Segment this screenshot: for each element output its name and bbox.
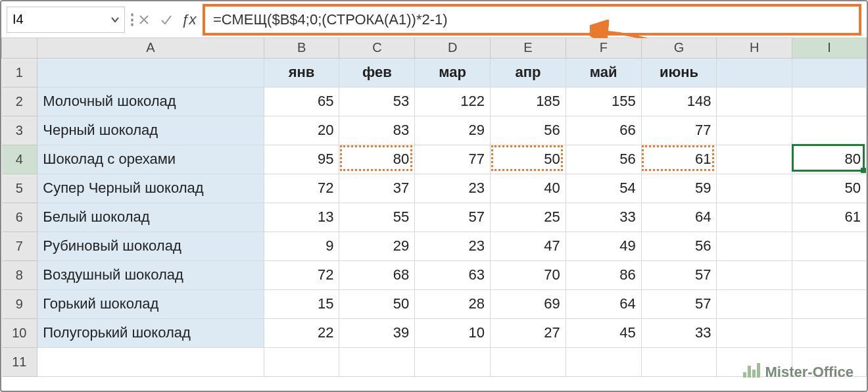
cell-G10[interactable]: 33	[641, 318, 717, 347]
cell-C6[interactable]: 55	[339, 203, 415, 232]
row-header-4[interactable]: 4	[2, 145, 37, 174]
cell-C4[interactable]: 80	[339, 145, 415, 174]
cell-I5[interactable]: 50	[792, 174, 867, 203]
cell-B5[interactable]: 72	[264, 174, 339, 203]
cell-E11[interactable]	[491, 347, 566, 376]
cell-I7[interactable]	[792, 232, 867, 260]
cell-C9[interactable]: 50	[339, 289, 415, 318]
cell-F10[interactable]: 45	[566, 318, 641, 347]
cell-I3[interactable]	[792, 116, 867, 145]
cell-I1[interactable]	[792, 58, 867, 87]
cell-I10[interactable]	[792, 318, 867, 347]
insert-function-button[interactable]: ƒx	[178, 7, 200, 33]
cell-E9[interactable]: 69	[491, 289, 566, 318]
cell-D11[interactable]	[415, 347, 491, 376]
cell-D7[interactable]: 23	[415, 232, 491, 260]
cell-G5[interactable]: 59	[641, 174, 717, 203]
cell-A7[interactable]: Рубиновый шоколад	[37, 232, 264, 260]
cell-I9[interactable]	[792, 289, 867, 318]
cell-F1[interactable]: май	[566, 58, 641, 87]
cell-H7[interactable]	[717, 232, 792, 260]
cell-C11[interactable]	[339, 347, 415, 376]
cell-H2[interactable]	[717, 87, 792, 116]
row-header-2[interactable]: 2	[2, 87, 37, 116]
cell-C1[interactable]: фев	[339, 58, 415, 87]
cell-B3[interactable]: 20	[264, 116, 339, 145]
column-header-I[interactable]: I	[792, 38, 867, 58]
cell-H10[interactable]	[717, 318, 792, 347]
cell-F4[interactable]: 56	[566, 145, 641, 174]
cell-D4[interactable]: 77	[415, 145, 491, 174]
cell-I6[interactable]: 61	[792, 203, 867, 232]
cell-B8[interactable]: 72	[264, 260, 339, 289]
cell-G4[interactable]: 61	[641, 145, 717, 174]
cell-G2[interactable]: 148	[641, 87, 717, 116]
cell-I4[interactable]: 80	[792, 145, 867, 174]
cell-H9[interactable]	[717, 289, 792, 318]
cell-H3[interactable]	[717, 116, 792, 145]
cell-A3[interactable]: Черный шоколад	[37, 116, 264, 145]
cell-D9[interactable]: 28	[415, 289, 491, 318]
cell-G1[interactable]: июнь	[641, 58, 717, 87]
cell-B7[interactable]: 9	[264, 232, 339, 260]
cell-E3[interactable]: 56	[491, 116, 566, 145]
cell-F5[interactable]: 54	[566, 174, 641, 203]
column-header-F[interactable]: F	[566, 38, 641, 58]
row-header-5[interactable]: 5	[2, 174, 37, 203]
column-header-C[interactable]: C	[339, 38, 415, 58]
cell-C8[interactable]: 68	[339, 260, 415, 289]
cell-B4[interactable]: 95	[264, 145, 339, 174]
cell-H8[interactable]	[717, 260, 792, 289]
cell-A5[interactable]: Супер Черный шоколад	[37, 174, 264, 203]
cell-D2[interactable]: 122	[415, 87, 491, 116]
row-header-7[interactable]: 7	[2, 232, 37, 260]
cell-C7[interactable]: 29	[339, 232, 415, 260]
cell-G7[interactable]: 56	[641, 232, 717, 260]
cell-G6[interactable]: 64	[641, 203, 717, 232]
cell-H6[interactable]	[717, 203, 792, 232]
cell-C5[interactable]: 37	[339, 174, 415, 203]
cell-D5[interactable]: 23	[415, 174, 491, 203]
cell-D1[interactable]: мар	[415, 58, 491, 87]
cell-G11[interactable]	[641, 347, 717, 376]
cell-D6[interactable]: 57	[415, 203, 491, 232]
row-header-3[interactable]: 3	[2, 116, 37, 145]
cell-A9[interactable]: Горький шоколад	[37, 289, 264, 318]
cell-F7[interactable]: 49	[566, 232, 641, 260]
cell-G9[interactable]: 57	[641, 289, 717, 318]
column-header-E[interactable]: E	[491, 38, 566, 58]
column-header-B[interactable]: B	[264, 38, 339, 58]
select-all-corner[interactable]	[2, 38, 37, 58]
cell-E4[interactable]: 50	[491, 145, 566, 174]
cell-A11[interactable]	[37, 347, 264, 376]
row-header-10[interactable]: 10	[2, 318, 37, 347]
cell-G3[interactable]: 77	[641, 116, 717, 145]
cell-E2[interactable]: 185	[491, 87, 566, 116]
column-header-D[interactable]: D	[415, 38, 491, 58]
cell-C3[interactable]: 83	[339, 116, 415, 145]
cell-A10[interactable]: Полугорький шоколад	[37, 318, 264, 347]
cell-B10[interactable]: 22	[264, 318, 339, 347]
cell-E5[interactable]: 40	[491, 174, 566, 203]
cell-E1[interactable]: апр	[491, 58, 566, 87]
row-header-6[interactable]: 6	[2, 203, 37, 232]
cell-I8[interactable]	[792, 260, 867, 289]
cell-B6[interactable]: 13	[264, 203, 339, 232]
cell-E7[interactable]: 47	[491, 232, 566, 260]
cell-A8[interactable]: Воздушный шоколад	[37, 260, 264, 289]
accept-formula-button[interactable]	[155, 7, 178, 33]
column-header-G[interactable]: G	[641, 38, 717, 58]
cell-B1[interactable]: янв	[264, 58, 339, 87]
cell-D3[interactable]: 29	[415, 116, 491, 145]
row-header-8[interactable]: 8	[2, 260, 37, 289]
cell-A1[interactable]	[37, 58, 264, 87]
cell-F3[interactable]: 66	[566, 116, 641, 145]
cell-C2[interactable]: 53	[339, 87, 415, 116]
cell-I2[interactable]	[792, 87, 867, 116]
cell-H4[interactable]	[717, 145, 792, 174]
cell-B11[interactable]	[264, 347, 339, 376]
cell-E8[interactable]: 70	[491, 260, 566, 289]
cell-F9[interactable]: 64	[566, 289, 641, 318]
cancel-formula-button[interactable]	[133, 7, 155, 33]
cell-G8[interactable]: 57	[641, 260, 717, 289]
